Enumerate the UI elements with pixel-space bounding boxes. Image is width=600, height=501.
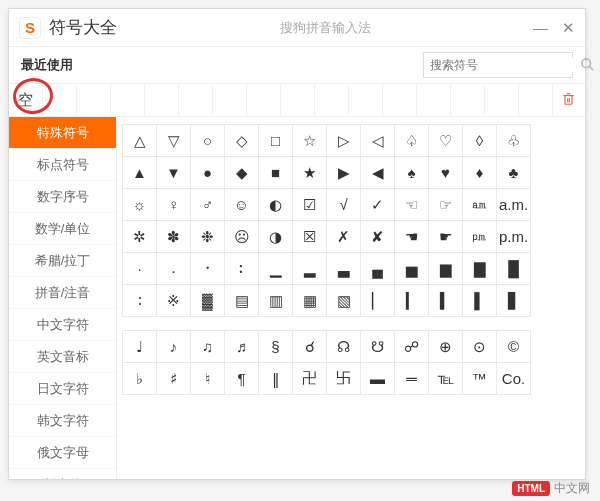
symbol-cell[interactable]: ☺ bbox=[224, 188, 259, 221]
category-item[interactable]: 特殊符号 bbox=[9, 117, 116, 149]
symbol-cell[interactable]: ． bbox=[156, 252, 191, 285]
symbol-cell[interactable]: ▧ bbox=[326, 284, 361, 317]
symbol-cell[interactable]: a.m. bbox=[496, 188, 531, 221]
symbol-cell[interactable]: ▄ bbox=[360, 252, 395, 285]
symbol-cell[interactable]: ♥ bbox=[428, 156, 463, 189]
symbol-cell[interactable]: ▅ bbox=[394, 252, 429, 285]
symbol-cell[interactable]: √ bbox=[326, 188, 361, 221]
symbol-cell[interactable]: ▂ bbox=[292, 252, 327, 285]
symbol-cell[interactable]: ♩ bbox=[122, 330, 157, 363]
symbol-cell[interactable]: ⊙ bbox=[462, 330, 497, 363]
symbol-cell[interactable]: ✽ bbox=[156, 220, 191, 253]
symbol-cell[interactable]: ☼ bbox=[122, 188, 157, 221]
category-item[interactable]: 希腊/拉丁 bbox=[9, 245, 116, 277]
symbol-cell[interactable]: ⊕ bbox=[428, 330, 463, 363]
symbol-cell[interactable]: ㏂ bbox=[462, 188, 497, 221]
symbol-cell[interactable]: ♪ bbox=[156, 330, 191, 363]
symbol-cell[interactable]: ★ bbox=[292, 156, 327, 189]
symbol-cell[interactable]: ▤ bbox=[224, 284, 259, 317]
symbol-cell[interactable]: ■ bbox=[258, 156, 293, 189]
symbol-cell[interactable]: ♫ bbox=[190, 330, 225, 363]
symbol-cell[interactable]: ♮ bbox=[190, 362, 225, 395]
symbol-cell[interactable]: ※ bbox=[156, 284, 191, 317]
symbol-cell[interactable]: ︰ bbox=[224, 252, 259, 285]
symbol-cell[interactable]: ✓ bbox=[360, 188, 395, 221]
symbol-cell[interactable]: © bbox=[496, 330, 531, 363]
symbol-cell[interactable]: ✗ bbox=[326, 220, 361, 253]
symbol-cell[interactable]: ☜ bbox=[394, 188, 429, 221]
symbol-cell[interactable]: ◐ bbox=[258, 188, 293, 221]
symbol-cell[interactable]: ☹ bbox=[224, 220, 259, 253]
symbol-cell[interactable]: ♧ bbox=[496, 124, 531, 157]
symbol-cell[interactable]: p.m. bbox=[496, 220, 531, 253]
symbol-cell[interactable]: ▏ bbox=[360, 284, 395, 317]
symbol-cell[interactable]: ▎ bbox=[394, 284, 429, 317]
symbol-cell[interactable]: ♭ bbox=[122, 362, 157, 395]
symbol-cell[interactable]: ☑ bbox=[292, 188, 327, 221]
symbol-cell[interactable]: ☋ bbox=[360, 330, 395, 363]
symbol-cell[interactable]: Co. bbox=[496, 362, 531, 395]
symbol-cell[interactable]: ☊ bbox=[326, 330, 361, 363]
category-item[interactable]: 日文字符 bbox=[9, 373, 116, 405]
search-input[interactable] bbox=[430, 58, 580, 72]
symbol-cell[interactable]: ▼ bbox=[156, 156, 191, 189]
symbol-cell[interactable]: □ bbox=[258, 124, 293, 157]
symbol-cell[interactable]: ☆ bbox=[292, 124, 327, 157]
symbol-cell[interactable]: ▇ bbox=[462, 252, 497, 285]
symbol-cell[interactable]: ▌ bbox=[462, 284, 497, 317]
symbol-cell[interactable]: ♡ bbox=[428, 124, 463, 157]
symbol-cell[interactable]: ◀ bbox=[360, 156, 395, 189]
category-item[interactable]: 标点符号 bbox=[9, 149, 116, 181]
symbol-cell[interactable]: ◁ bbox=[360, 124, 395, 157]
minimize-button[interactable]: — bbox=[533, 19, 548, 37]
symbol-cell[interactable]: ◆ bbox=[224, 156, 259, 189]
symbol-cell[interactable]: ▷ bbox=[326, 124, 361, 157]
symbol-cell[interactable]: ✲ bbox=[122, 220, 157, 253]
symbol-cell[interactable]: ☚ bbox=[394, 220, 429, 253]
symbol-cell[interactable]: ‖ bbox=[258, 362, 293, 395]
symbol-cell[interactable]: 卍 bbox=[292, 362, 327, 395]
symbol-cell[interactable]: ♠ bbox=[394, 156, 429, 189]
symbol-cell[interactable]: ☍ bbox=[394, 330, 429, 363]
symbol-cell[interactable]: ▶ bbox=[326, 156, 361, 189]
symbol-cell[interactable]: ○ bbox=[190, 124, 225, 157]
symbol-cell[interactable]: ❉ bbox=[190, 220, 225, 253]
symbol-cell[interactable]: ▦ bbox=[292, 284, 327, 317]
symbol-cell[interactable]: ☛ bbox=[428, 220, 463, 253]
close-button[interactable]: ✕ bbox=[562, 19, 575, 37]
symbol-cell[interactable]: ♣ bbox=[496, 156, 531, 189]
category-item[interactable]: 英文音标 bbox=[9, 341, 116, 373]
symbol-cell[interactable]: ▆ bbox=[428, 252, 463, 285]
symbol-cell[interactable]: ═ bbox=[394, 362, 429, 395]
symbol-cell[interactable]: ▁ bbox=[258, 252, 293, 285]
symbol-cell[interactable]: ✘ bbox=[360, 220, 395, 253]
symbol-cell[interactable]: △ bbox=[122, 124, 157, 157]
symbol-cell[interactable]: · bbox=[122, 252, 157, 285]
symbol-cell[interactable]: ♤ bbox=[394, 124, 429, 157]
category-item[interactable]: 俄文字母 bbox=[9, 437, 116, 469]
symbol-cell[interactable]: ・ bbox=[190, 252, 225, 285]
symbol-cell[interactable]: § bbox=[258, 330, 293, 363]
symbol-cell[interactable]: ♯ bbox=[156, 362, 191, 395]
symbol-cell[interactable]: ∶ bbox=[122, 284, 157, 317]
symbol-cell[interactable]: ▥ bbox=[258, 284, 293, 317]
symbol-cell[interactable]: ▋ bbox=[496, 284, 531, 317]
symbol-cell[interactable]: ● bbox=[190, 156, 225, 189]
category-item[interactable]: 制表符 bbox=[9, 469, 116, 479]
symbol-cell[interactable]: ◇ bbox=[224, 124, 259, 157]
symbol-cell[interactable]: ▃ bbox=[326, 252, 361, 285]
symbol-cell[interactable]: ▬ bbox=[360, 362, 395, 395]
symbol-cell[interactable]: ♀ bbox=[156, 188, 191, 221]
symbol-cell[interactable]: ♂ bbox=[190, 188, 225, 221]
search-box[interactable] bbox=[423, 52, 573, 78]
clear-recent-button[interactable] bbox=[562, 92, 575, 109]
symbol-cell[interactable]: ™ bbox=[462, 362, 497, 395]
symbol-cell[interactable]: ◑ bbox=[258, 220, 293, 253]
symbol-cell[interactable]: ♬ bbox=[224, 330, 259, 363]
symbol-cell[interactable]: 卐 bbox=[326, 362, 361, 395]
recent-symbol[interactable]: 空 bbox=[9, 84, 43, 116]
symbol-cell[interactable]: ☞ bbox=[428, 188, 463, 221]
symbol-cell[interactable]: ◊ bbox=[462, 124, 497, 157]
symbol-cell[interactable]: ¶ bbox=[224, 362, 259, 395]
symbol-cell[interactable]: ℡ bbox=[428, 362, 463, 395]
